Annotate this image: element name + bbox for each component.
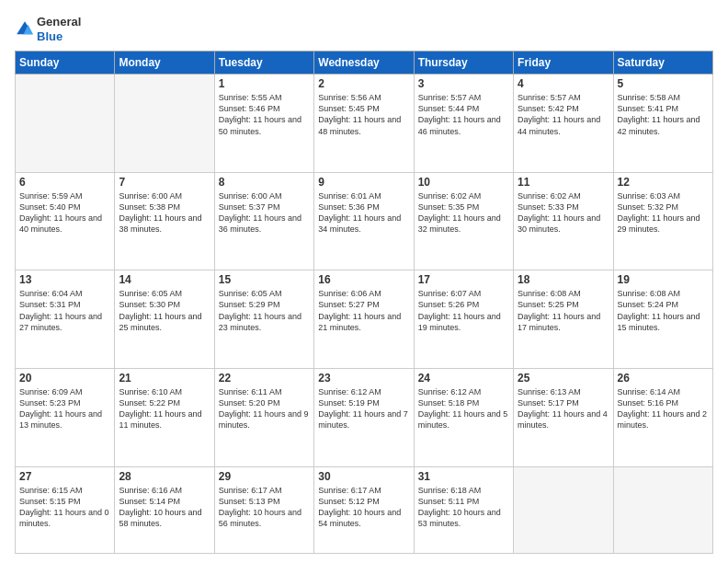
day-info: Sunrise: 6:15 AM Sunset: 5:15 PM Dayligh… — [19, 485, 110, 530]
weekday-header-sunday: Sunday — [16, 52, 115, 75]
day-number: 6 — [19, 176, 110, 189]
day-cell: 31Sunrise: 6:18 AM Sunset: 5:11 PM Dayli… — [414, 466, 513, 554]
day-number: 25 — [518, 372, 609, 385]
logo-icon — [15, 19, 35, 40]
day-cell: 23Sunrise: 6:12 AM Sunset: 5:19 PM Dayli… — [314, 368, 414, 466]
week-row-1: 6Sunrise: 5:59 AM Sunset: 5:40 PM Daylig… — [16, 172, 713, 270]
day-number: 7 — [119, 176, 210, 189]
day-number: 3 — [418, 77, 509, 90]
weekday-header-thursday: Thursday — [414, 52, 513, 75]
day-info: Sunrise: 6:12 AM Sunset: 5:19 PM Dayligh… — [318, 386, 409, 431]
day-cell — [16, 75, 115, 173]
day-number: 28 — [119, 470, 210, 483]
day-info: Sunrise: 6:08 AM Sunset: 5:25 PM Dayligh… — [518, 288, 609, 333]
day-cell — [514, 466, 613, 554]
day-cell: 22Sunrise: 6:11 AM Sunset: 5:20 PM Dayli… — [214, 368, 313, 466]
day-info: Sunrise: 5:59 AM Sunset: 5:40 PM Dayligh… — [19, 190, 110, 236]
day-number: 17 — [418, 273, 509, 286]
week-row-2: 13Sunrise: 6:04 AM Sunset: 5:31 PM Dayli… — [16, 270, 713, 369]
weekday-header-saturday: Saturday — [613, 52, 712, 75]
day-number: 18 — [518, 273, 609, 286]
day-cell: 10Sunrise: 6:02 AM Sunset: 5:35 PM Dayli… — [414, 172, 513, 270]
day-info: Sunrise: 6:18 AM Sunset: 5:11 PM Dayligh… — [418, 485, 509, 530]
day-info: Sunrise: 5:55 AM Sunset: 5:46 PM Dayligh… — [219, 92, 310, 137]
day-number: 12 — [618, 176, 709, 189]
weekday-header-row: SundayMondayTuesdayWednesdayThursdayFrid… — [16, 52, 713, 75]
day-cell: 11Sunrise: 6:02 AM Sunset: 5:33 PM Dayli… — [514, 172, 613, 270]
day-info: Sunrise: 6:00 AM Sunset: 5:37 PM Dayligh… — [219, 190, 310, 236]
day-cell: 27Sunrise: 6:15 AM Sunset: 5:15 PM Dayli… — [16, 466, 115, 554]
day-info: Sunrise: 6:03 AM Sunset: 5:32 PM Dayligh… — [618, 190, 709, 236]
day-cell — [613, 466, 712, 554]
day-cell: 8Sunrise: 6:00 AM Sunset: 5:37 PM Daylig… — [214, 172, 313, 270]
day-cell: 2Sunrise: 5:56 AM Sunset: 5:45 PM Daylig… — [314, 75, 414, 173]
day-number: 24 — [418, 372, 509, 385]
day-number: 8 — [219, 176, 310, 189]
day-number: 19 — [618, 273, 709, 286]
day-cell: 19Sunrise: 6:08 AM Sunset: 5:24 PM Dayli… — [613, 270, 712, 369]
day-info: Sunrise: 6:08 AM Sunset: 5:24 PM Dayligh… — [618, 288, 709, 333]
day-number: 14 — [119, 273, 210, 286]
logo: General Blue — [15, 15, 81, 43]
day-number: 1 — [219, 77, 310, 90]
day-number: 20 — [19, 372, 110, 385]
day-cell: 29Sunrise: 6:17 AM Sunset: 5:13 PM Dayli… — [214, 466, 313, 554]
weekday-header-wednesday: Wednesday — [314, 52, 414, 75]
day-info: Sunrise: 5:58 AM Sunset: 5:41 PM Dayligh… — [618, 92, 709, 137]
day-info: Sunrise: 6:04 AM Sunset: 5:31 PM Dayligh… — [19, 288, 110, 333]
day-info: Sunrise: 6:13 AM Sunset: 5:17 PM Dayligh… — [518, 386, 609, 431]
day-cell: 4Sunrise: 5:57 AM Sunset: 5:42 PM Daylig… — [514, 75, 613, 173]
day-cell: 26Sunrise: 6:14 AM Sunset: 5:16 PM Dayli… — [613, 368, 712, 466]
day-cell: 30Sunrise: 6:17 AM Sunset: 5:12 PM Dayli… — [314, 466, 414, 554]
day-number: 21 — [119, 372, 210, 385]
week-row-4: 27Sunrise: 6:15 AM Sunset: 5:15 PM Dayli… — [16, 466, 713, 554]
day-info: Sunrise: 6:14 AM Sunset: 5:16 PM Dayligh… — [618, 386, 709, 431]
day-cell: 12Sunrise: 6:03 AM Sunset: 5:32 PM Dayli… — [613, 172, 712, 270]
day-cell: 24Sunrise: 6:12 AM Sunset: 5:18 PM Dayli… — [414, 368, 513, 466]
weekday-header-friday: Friday — [514, 52, 613, 75]
day-number: 16 — [318, 273, 409, 286]
day-cell: 5Sunrise: 5:58 AM Sunset: 5:41 PM Daylig… — [613, 75, 712, 173]
day-info: Sunrise: 5:57 AM Sunset: 5:42 PM Dayligh… — [518, 92, 609, 137]
day-number: 22 — [219, 372, 310, 385]
day-cell: 25Sunrise: 6:13 AM Sunset: 5:17 PM Dayli… — [514, 368, 613, 466]
weekday-header-monday: Monday — [115, 52, 214, 75]
day-info: Sunrise: 6:10 AM Sunset: 5:22 PM Dayligh… — [119, 386, 210, 431]
day-cell: 7Sunrise: 6:00 AM Sunset: 5:38 PM Daylig… — [115, 172, 214, 270]
day-info: Sunrise: 6:02 AM Sunset: 5:35 PM Dayligh… — [418, 190, 509, 236]
day-info: Sunrise: 6:11 AM Sunset: 5:20 PM Dayligh… — [219, 386, 310, 431]
day-info: Sunrise: 6:02 AM Sunset: 5:33 PM Dayligh… — [518, 190, 609, 236]
day-cell: 16Sunrise: 6:06 AM Sunset: 5:27 PM Dayli… — [314, 270, 414, 369]
day-number: 15 — [219, 273, 310, 286]
day-number: 10 — [418, 176, 509, 189]
day-cell: 17Sunrise: 6:07 AM Sunset: 5:26 PM Dayli… — [414, 270, 513, 369]
day-cell: 14Sunrise: 6:05 AM Sunset: 5:30 PM Dayli… — [115, 270, 214, 369]
day-cell: 18Sunrise: 6:08 AM Sunset: 5:25 PM Dayli… — [514, 270, 613, 369]
day-number: 29 — [219, 470, 310, 483]
day-info: Sunrise: 6:01 AM Sunset: 5:36 PM Dayligh… — [318, 190, 409, 236]
day-number: 30 — [318, 470, 409, 483]
day-cell: 9Sunrise: 6:01 AM Sunset: 5:36 PM Daylig… — [314, 172, 414, 270]
day-number: 31 — [418, 470, 509, 483]
page: General Blue SundayMondayTuesdayWednesda… — [0, 0, 728, 563]
week-row-3: 20Sunrise: 6:09 AM Sunset: 5:23 PM Dayli… — [16, 368, 713, 466]
calendar: SundayMondayTuesdayWednesdayThursdayFrid… — [15, 51, 713, 554]
day-cell: 1Sunrise: 5:55 AM Sunset: 5:46 PM Daylig… — [214, 75, 313, 173]
day-number: 9 — [318, 176, 409, 189]
day-cell — [115, 75, 214, 173]
day-info: Sunrise: 6:05 AM Sunset: 5:30 PM Dayligh… — [119, 288, 210, 333]
day-cell: 3Sunrise: 5:57 AM Sunset: 5:44 PM Daylig… — [414, 75, 513, 173]
logo-line1: General — [37, 15, 81, 29]
day-info: Sunrise: 6:12 AM Sunset: 5:18 PM Dayligh… — [418, 386, 509, 431]
day-info: Sunrise: 6:05 AM Sunset: 5:29 PM Dayligh… — [219, 288, 310, 333]
day-cell: 20Sunrise: 6:09 AM Sunset: 5:23 PM Dayli… — [16, 368, 115, 466]
weekday-header-tuesday: Tuesday — [214, 52, 313, 75]
day-number: 11 — [518, 176, 609, 189]
day-info: Sunrise: 6:07 AM Sunset: 5:26 PM Dayligh… — [418, 288, 509, 333]
day-info: Sunrise: 6:09 AM Sunset: 5:23 PM Dayligh… — [19, 386, 110, 431]
day-info: Sunrise: 6:06 AM Sunset: 5:27 PM Dayligh… — [318, 288, 409, 333]
day-cell: 28Sunrise: 6:16 AM Sunset: 5:14 PM Dayli… — [115, 466, 214, 554]
day-info: Sunrise: 6:17 AM Sunset: 5:13 PM Dayligh… — [219, 485, 310, 530]
day-info: Sunrise: 6:16 AM Sunset: 5:14 PM Dayligh… — [119, 485, 210, 530]
day-cell: 21Sunrise: 6:10 AM Sunset: 5:22 PM Dayli… — [115, 368, 214, 466]
